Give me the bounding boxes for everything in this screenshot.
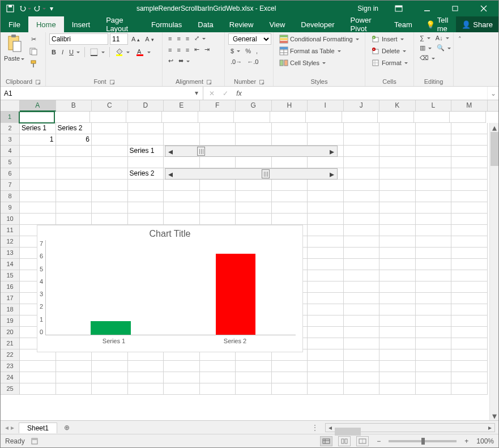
enter-formula-button[interactable]: ✓ bbox=[219, 87, 232, 100]
cell-A25[interactable] bbox=[20, 383, 56, 395]
cell-J11[interactable] bbox=[344, 225, 380, 236]
col-header-I[interactable]: I bbox=[308, 100, 344, 111]
delete-cells-button[interactable]: ×Delete bbox=[369, 45, 408, 57]
cell-L5[interactable] bbox=[416, 157, 452, 168]
cell-G1[interactable] bbox=[234, 112, 270, 123]
row-header[interactable]: 24 bbox=[1, 372, 20, 383]
cell-B23[interactable] bbox=[56, 361, 92, 372]
save-icon[interactable] bbox=[4, 2, 16, 15]
cell-H3[interactable] bbox=[272, 134, 308, 146]
cell-B10[interactable] bbox=[56, 214, 92, 225]
cell-M9[interactable] bbox=[451, 202, 488, 214]
col-header-C[interactable]: C bbox=[92, 100, 128, 111]
cell-B7[interactable] bbox=[56, 180, 92, 191]
cell-G3[interactable] bbox=[236, 134, 272, 146]
cell-F25[interactable] bbox=[200, 383, 236, 395]
autosum-button[interactable]: ∑ bbox=[417, 33, 433, 42]
cell-L18[interactable] bbox=[416, 304, 452, 315]
macro-record-icon[interactable] bbox=[31, 437, 39, 445]
scrollbar2-right-arrow[interactable]: ▸ bbox=[327, 169, 337, 179]
cell-D5[interactable] bbox=[128, 157, 164, 168]
cell-L24[interactable] bbox=[416, 372, 452, 383]
cell-G25[interactable] bbox=[236, 383, 272, 395]
cell-D7[interactable] bbox=[128, 180, 164, 191]
tell-me[interactable]: 💡Tell me bbox=[420, 16, 457, 32]
cell-A24[interactable] bbox=[20, 372, 56, 383]
scrollbar-series1[interactable]: ◂ ▸ bbox=[165, 146, 338, 157]
cell-G8[interactable] bbox=[236, 191, 272, 202]
cell-L20[interactable] bbox=[416, 327, 452, 338]
cancel-formula-button[interactable]: ✕ bbox=[206, 87, 218, 100]
row-header[interactable]: 18 bbox=[1, 304, 20, 315]
col-header-D[interactable]: D bbox=[128, 100, 164, 111]
scrollbar2-track[interactable] bbox=[176, 169, 327, 179]
zoom-in-button[interactable]: + bbox=[462, 437, 471, 445]
comma-format-button[interactable]: , bbox=[254, 46, 260, 56]
cell-C23[interactable] bbox=[92, 361, 128, 372]
cell-L23[interactable] bbox=[416, 361, 452, 372]
cell-M1[interactable] bbox=[450, 112, 486, 123]
cell-D23[interactable] bbox=[128, 361, 164, 372]
ribbon-display-options[interactable] bbox=[386, 1, 411, 16]
copy-button[interactable] bbox=[27, 46, 40, 57]
row-header[interactable]: 9 bbox=[1, 202, 20, 214]
cell-E8[interactable] bbox=[164, 191, 200, 202]
view-page-break-button[interactable] bbox=[356, 436, 369, 446]
col-header-E[interactable]: E bbox=[164, 100, 200, 111]
cell-B2[interactable]: Series 2 bbox=[56, 123, 92, 134]
zoom-level[interactable]: 100% bbox=[476, 437, 494, 445]
formula-input[interactable] bbox=[248, 87, 487, 100]
col-header-A[interactable]: A bbox=[20, 100, 56, 112]
cell-H1[interactable] bbox=[270, 112, 306, 123]
scrollbar1-right-arrow[interactable]: ▸ bbox=[327, 146, 337, 156]
fill-color-button[interactable] bbox=[112, 46, 132, 58]
tab-power-pivot[interactable]: Power Pivot bbox=[343, 16, 386, 32]
sheet-tab-scroll[interactable]: ⋮ bbox=[308, 424, 322, 432]
cell-E7[interactable] bbox=[164, 180, 200, 191]
cell-K1[interactable] bbox=[378, 112, 414, 123]
format-cells-button[interactable]: Format bbox=[369, 57, 410, 69]
cell-B4[interactable] bbox=[56, 146, 92, 157]
cell-F9[interactable] bbox=[200, 202, 236, 214]
decrease-decimal-button[interactable]: ←.0 bbox=[245, 57, 261, 66]
cell-I18[interactable] bbox=[308, 304, 344, 315]
cell-G24[interactable] bbox=[236, 372, 272, 383]
increase-decimal-button[interactable]: .0→ bbox=[228, 57, 244, 66]
share-button[interactable]: 👤Share bbox=[456, 16, 498, 32]
cell-K6[interactable] bbox=[379, 168, 416, 180]
cell-B6[interactable] bbox=[56, 168, 92, 180]
cell-H2[interactable] bbox=[272, 123, 308, 134]
row-header[interactable]: 17 bbox=[1, 293, 20, 304]
cell-A8[interactable] bbox=[20, 191, 56, 202]
cell-L2[interactable] bbox=[416, 123, 452, 134]
cell-B3[interactable]: 6 bbox=[56, 134, 92, 146]
cell-I2[interactable] bbox=[308, 123, 344, 134]
cell-D3[interactable] bbox=[128, 134, 164, 146]
cell-E5[interactable] bbox=[164, 157, 200, 168]
cell-M8[interactable] bbox=[451, 191, 488, 202]
borders-button[interactable] bbox=[87, 46, 107, 58]
cell-A10[interactable] bbox=[20, 214, 56, 225]
alignment-dialog-launcher[interactable] bbox=[207, 80, 211, 84]
increase-indent-button[interactable]: ⇥ bbox=[202, 45, 212, 54]
qat-customize-icon[interactable]: ▾ bbox=[48, 2, 55, 15]
cell-H9[interactable] bbox=[272, 202, 308, 214]
clipboard-dialog-launcher[interactable] bbox=[36, 80, 40, 84]
sheet-nav-prev[interactable]: ◂ bbox=[5, 424, 8, 432]
cell-C1[interactable] bbox=[90, 112, 126, 123]
font-dialog-launcher[interactable] bbox=[110, 80, 114, 84]
cell-H8[interactable] bbox=[272, 191, 308, 202]
col-header-F[interactable]: F bbox=[200, 100, 236, 111]
cell-K7[interactable] bbox=[379, 180, 416, 191]
cell-L21[interactable] bbox=[416, 338, 452, 349]
cell-J20[interactable] bbox=[344, 327, 380, 338]
align-middle-button[interactable]: ≡ bbox=[174, 33, 182, 43]
cell-J9[interactable] bbox=[344, 202, 380, 214]
cell-L1[interactable] bbox=[414, 112, 450, 123]
row-header[interactable]: 20 bbox=[1, 327, 20, 338]
undo-button[interactable] bbox=[19, 2, 31, 15]
cell-E25[interactable] bbox=[164, 383, 200, 395]
cell-G23[interactable] bbox=[236, 361, 272, 372]
cell-E24[interactable] bbox=[164, 372, 200, 383]
cell-K24[interactable] bbox=[379, 372, 416, 383]
